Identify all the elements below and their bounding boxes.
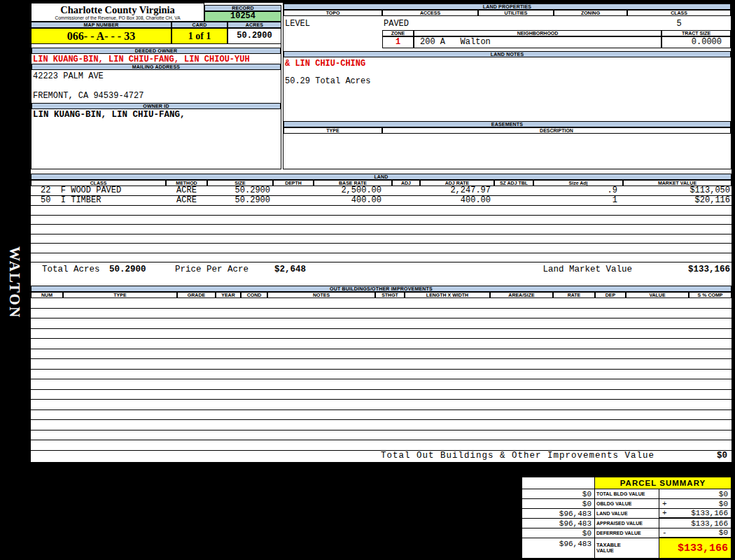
land-col-header: ADJ	[392, 180, 420, 186]
price-per-acre-label: Price Per Acre	[175, 262, 248, 276]
ob-empty-row	[31, 430, 732, 441]
summary-row-value-cell: + $0	[659, 499, 731, 509]
ob-col-header: VALUE	[626, 292, 689, 298]
land-empty-row	[31, 216, 732, 225]
mailing-address-label: MAILING ADDRESS	[31, 64, 281, 70]
summary-operator: +	[662, 500, 667, 508]
land-col-header: CLASS	[31, 180, 166, 186]
ob-empty-row	[31, 410, 732, 421]
ob-empty-row	[31, 400, 732, 410]
land-cell: ACRE	[166, 186, 207, 195]
owner-block: DEEDED OWNER LIN KUANG-BIN, LIN CHIU-FAN…	[31, 44, 281, 169]
land-section: LAND CLASS METHOD SIZE DEPTH BASE RATE A…	[31, 174, 732, 276]
land-cell: 50.2900	[207, 196, 273, 205]
land-totals-row: Total Acres 50.2900 Price Per Acre $2,64…	[31, 262, 732, 276]
class-value: 5	[627, 19, 731, 29]
land-cell	[273, 196, 314, 205]
summary-header-row: PARCEL SUMMARY	[522, 477, 731, 489]
ob-col-header: S % COMP	[689, 292, 732, 298]
land-cell	[273, 186, 314, 195]
taxable-value-label: TAXABLE VALUE	[596, 542, 626, 554]
land-col-header: SIZE	[207, 180, 273, 186]
summary-row-value-cell: $0	[659, 489, 731, 499]
topo-label: TOPO	[284, 10, 382, 16]
access-value: PAVED	[384, 19, 409, 29]
land-cell: $20,116	[623, 196, 732, 205]
access-label: ACCESS	[382, 10, 478, 16]
county-subtitle: Commissioner of the Revenue, PO Box 308,…	[31, 16, 204, 21]
summary-row: $96,483 LAND VALUE + $133,166	[522, 509, 731, 519]
easement-type-label: TYPE	[284, 127, 382, 134]
land-properties-label: LAND PROPERTIES	[284, 4, 731, 10]
price-per-acre-value: $2,648	[274, 262, 306, 276]
summary-row-label: TOTAL BLDG VALUE	[595, 489, 659, 499]
ob-empty-row	[31, 379, 732, 390]
summary-row-value: $0	[719, 528, 728, 537]
land-cell: 50 I TIMBER	[31, 196, 166, 205]
summary-row-value-cell: + $133,166	[659, 509, 731, 519]
total-acres-value: 50.2900	[109, 262, 146, 276]
owner-id-value: LIN KUANG-BIN, LIN CHIU-FANG,	[33, 110, 186, 120]
ob-empty-row	[31, 420, 732, 430]
summary-row-value: $0	[719, 490, 728, 498]
summary-row: $0 OBLDG VALUE + $0	[522, 499, 731, 509]
deeded-owner-label: DEEDED OWNER	[31, 48, 281, 54]
county-title: Charlotte County Virginia	[31, 4, 204, 16]
taxable-value: $133,166	[678, 542, 728, 554]
mailing-address-line1: 42223 PALM AVE	[33, 71, 104, 81]
easement-description-label: DESCRIPTION	[382, 127, 731, 134]
ob-empty-row	[31, 370, 732, 380]
zone-value: 1	[382, 36, 414, 48]
neighborhood-label: NEIGHBORHOOD	[414, 30, 662, 36]
land-cell: 22 F WOOD PAVED	[31, 186, 166, 195]
neighborhood-value: 200 A Walton	[414, 36, 662, 48]
summary-row-label: LAND VALUE	[595, 509, 659, 519]
land-col-header: DEPTH	[273, 180, 314, 186]
summary-row-label: TAXABLE VALUE	[595, 538, 659, 559]
card-count-value: 1 of 1	[172, 28, 227, 44]
summary-row-label: APPRAISED VALUE	[595, 519, 659, 528]
ob-empty-row	[31, 349, 732, 360]
land-col-header: BASE RATE	[314, 180, 392, 186]
land-col-header: SZ ADJ TBL	[494, 180, 533, 186]
parcel-summary: PARCEL SUMMARY $0 TOTAL BLDG VALUE $0 $0…	[522, 477, 732, 559]
land-col-header: MARKET VALUE	[623, 180, 732, 186]
land-cell	[392, 196, 420, 205]
land-cell: 2,500.00	[314, 186, 392, 195]
summary-row-label: DEFERRED VALUE	[595, 528, 659, 538]
deeded-owner-continued: & LIN CHIU-CHING	[285, 59, 365, 69]
summary-row-value-cell: - $0	[659, 528, 731, 538]
land-market-value: $133,166	[688, 262, 730, 276]
county-header-box: Charlotte County Virginia Commissioner o…	[31, 3, 204, 22]
land-col-header: ADJ RATE	[420, 180, 494, 186]
deeded-owner-value: LIN KUANG-BIN, LIN CHIU-FANG, LIN CHIOU-…	[33, 55, 250, 64]
parcel-summary-title: PARCEL SUMMARY	[595, 477, 731, 489]
land-market-value-label: Land Market Value	[542, 262, 632, 276]
ob-empty-row	[31, 329, 732, 340]
land-cell: 400.00	[420, 196, 494, 205]
summary-row: $96,483 APPRAISED VALUE $133,166	[522, 519, 731, 528]
property-record-card: { "colors": { "header_blue": "#B9CDE5", …	[0, 0, 735, 560]
ob-col-header: YEAR	[216, 292, 241, 298]
land-col-header: Size Adj	[533, 180, 623, 186]
out-buildings-total-label: Total Out Buildings & Other Improvements…	[381, 451, 654, 461]
land-cell: 50.2900	[207, 186, 273, 195]
summary-row-value-cell: $133,166	[659, 519, 731, 528]
zoning-label: ZONING	[554, 10, 627, 16]
summary-left-value: $96,483	[522, 538, 595, 559]
summary-row-label: OBLDG VALUE	[595, 499, 659, 509]
district-vertical-label: WALTON	[6, 246, 23, 318]
land-cell: .9	[533, 186, 623, 195]
ob-empty-row	[31, 440, 732, 451]
out-buildings-column-headers: NUM TYPE GRADE YEAR COND NOTES STHGT LEN…	[31, 292, 732, 298]
land-col-header: METHOD	[166, 180, 207, 186]
ob-col-header: DEP	[595, 292, 626, 298]
land-empty-row	[31, 244, 732, 253]
ob-empty-row	[31, 298, 732, 309]
mailing-address-line2: FREMONT, CA 94539-4727	[33, 91, 144, 101]
easements-label: EASEMENTS	[284, 121, 731, 127]
land-cell: 1	[533, 196, 623, 205]
land-cell: 2,247.97	[420, 186, 494, 195]
card-label: CARD	[172, 22, 227, 28]
land-cell	[392, 186, 420, 195]
